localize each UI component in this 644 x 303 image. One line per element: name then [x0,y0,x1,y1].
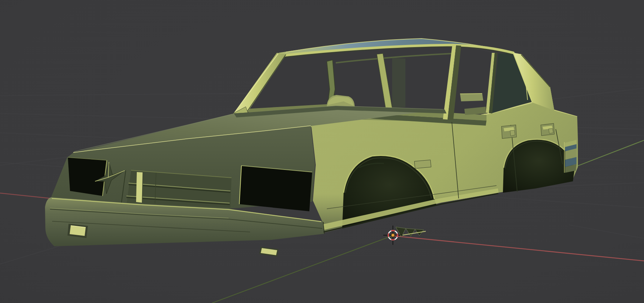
object-origin-dot[interactable] [391,234,395,237]
front-indicator-left [68,224,88,238]
headlight-right [239,166,312,211]
viewport-3d[interactable] [0,0,644,303]
grille-vertical-bar [136,172,143,203]
door-handle-front [501,125,516,138]
door-handle-rear [541,123,554,136]
arch-inner-tab [414,160,431,168]
rear-bumper-stripes [564,140,576,173]
headlight-left [68,157,107,196]
